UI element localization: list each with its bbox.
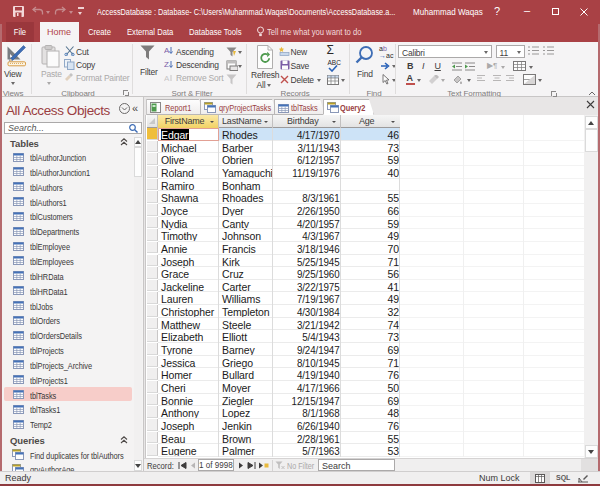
svg-text:A: A	[164, 46, 170, 55]
svg-text:Z: Z	[164, 60, 169, 69]
svg-text:A: A	[164, 74, 170, 83]
